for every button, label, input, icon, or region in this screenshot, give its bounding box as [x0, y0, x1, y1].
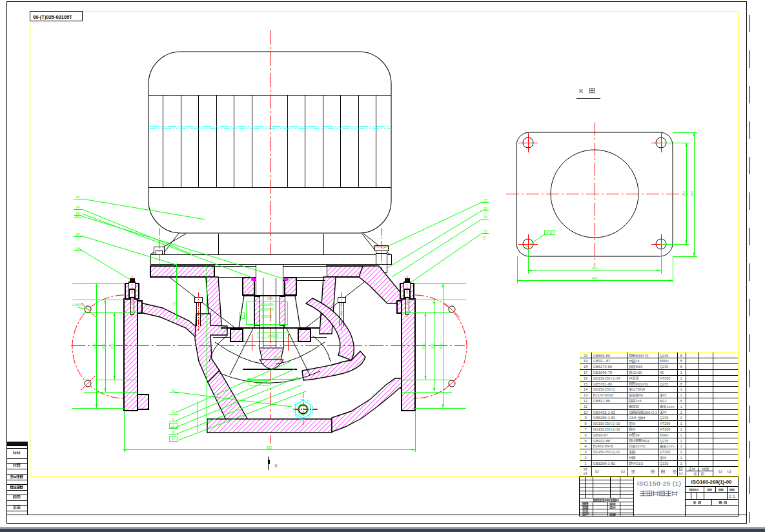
svg-text:5: 5: [584, 439, 586, 443]
svg-text:11: 11: [584, 405, 587, 409]
svg-text:9: 9: [584, 416, 586, 420]
svg-text:9: 9: [172, 389, 174, 393]
svg-text:2×6: 2×6: [636, 399, 642, 403]
svg-text:1: 1: [680, 405, 682, 409]
svg-text:7: 7: [584, 427, 586, 431]
svg-text:260×3.1: 260×3.1: [644, 411, 657, 414]
svg-text:GB93—87: GB93—87: [593, 359, 611, 363]
svg-text:ISG150-250 (1)-02: ISG150-250 (1)-02: [593, 427, 620, 431]
svg-text:14: 14: [76, 247, 79, 251]
svg-text:65Mn: 65Mn: [660, 359, 669, 363]
svg-text:0000: 0000: [267, 297, 274, 300]
svg-text:000: 000: [592, 266, 598, 270]
svg-text:1: 1: [680, 450, 682, 454]
svg-text:1:1: 1:1: [729, 493, 735, 499]
svg-text:1: 1: [680, 433, 682, 437]
svg-text:GB5289.1-82: GB5289.1-82: [593, 462, 615, 466]
svg-text:K: K: [579, 87, 584, 94]
svg-text:4-18: 4-18: [546, 231, 553, 234]
svg-text:000: 000: [682, 191, 686, 197]
svg-text:ISG150-250 (1)-03: ISG150-250 (1)-03: [593, 422, 620, 425]
svg-text:M24: M24: [642, 439, 649, 443]
svg-text:9: 9: [172, 431, 174, 435]
svg-text:000: 000: [93, 343, 97, 349]
svg-text:Q235: Q235: [660, 462, 668, 466]
svg-text:65Mn: 65Mn: [660, 433, 669, 437]
svg-text:8: 8: [680, 359, 682, 363]
svg-text:Q235: Q235: [660, 365, 668, 369]
svg-text:1mm: 1mm: [667, 405, 675, 409]
svg-text:16: 16: [636, 359, 640, 363]
svg-text:1: 1: [680, 439, 682, 443]
svg-text:ISG160-260(1)-00: ISG160-260(1)-00: [691, 479, 733, 485]
svg-text:9: 9: [172, 418, 174, 422]
svg-text:000: 000: [431, 343, 434, 349]
svg-text:00: 00: [482, 236, 486, 240]
svg-text:00000/0: 00000/0: [268, 334, 279, 338]
svg-text:K: K: [275, 464, 278, 468]
svg-text:3: 3: [584, 450, 586, 454]
svg-text:GB5289.1-82: GB5289.1-82: [593, 416, 615, 420]
svg-text:G5/8: G5/8: [629, 416, 637, 420]
svg-text:GB93-87: GB93-87: [593, 433, 608, 437]
svg-text:000: 000: [422, 343, 425, 349]
svg-text:B2107-6630: B2107-6630: [593, 393, 614, 397]
svg-text:HT200: HT200: [660, 427, 670, 431]
svg-text:13: 13: [584, 393, 587, 397]
svg-text:M16: M16: [636, 365, 643, 369]
svg-text:15: 15: [484, 229, 487, 233]
svg-text:000: 000: [101, 343, 105, 349]
svg-text:GB1096-79: GB1096-79: [593, 371, 613, 374]
svg-text:00: 00: [172, 302, 176, 305]
svg-text:15: 15: [484, 215, 487, 219]
svg-text:M16×50: M16×50: [636, 382, 649, 386]
svg-text:GB932-88: GB932-88: [593, 439, 610, 443]
svg-text:14: 14: [76, 214, 79, 218]
svg-text:32×50: 32×50: [636, 444, 646, 448]
svg-text:9: 9: [172, 410, 174, 414]
svg-text:45: 45: [660, 371, 664, 374]
svg-text:GB827-86: GB827-86: [593, 399, 610, 403]
svg-text:000: 000: [439, 343, 443, 349]
svg-text:15: 15: [584, 382, 587, 386]
svg-text:6: 6: [584, 433, 586, 437]
svg-text:400: 400: [592, 276, 598, 280]
svg-text:HT200: HT200: [660, 450, 670, 454]
svg-text:M12: M12: [660, 399, 667, 403]
svg-text:9: 9: [172, 437, 174, 441]
svg-text:00000/0: 00000/0: [261, 315, 272, 318]
svg-text:15: 15: [484, 207, 487, 210]
svg-text:000000/00: 000000/00: [260, 308, 274, 311]
svg-text:1: 1: [680, 462, 682, 466]
svg-text:15: 15: [484, 198, 487, 202]
svg-text:16: 16: [584, 376, 587, 380]
svg-text:GB3452.1-82: GB3452.1-82: [593, 411, 615, 414]
svg-text:12: 12: [584, 399, 587, 403]
svg-text:14: 14: [584, 387, 588, 391]
svg-text:GB899-86: GB899-86: [593, 354, 610, 358]
svg-text:60: 60: [639, 393, 643, 397]
svg-text:GB6170-86: GB6170-86: [593, 365, 613, 369]
svg-text:6: 6: [680, 399, 682, 403]
svg-text:75KW: 75KW: [636, 387, 646, 391]
svg-text:1: 1: [680, 387, 682, 391]
svg-text:1: 1: [680, 393, 682, 397]
svg-text:8: 8: [680, 365, 682, 369]
svg-text:4-M16: 4-M16: [72, 303, 83, 307]
svg-text:1: 1: [680, 422, 682, 425]
svg-text:Q235: Q235: [660, 382, 668, 386]
svg-text:000: 000: [690, 191, 694, 197]
svg-text:ISG150-250 (1)-01: ISG150-250 (1)-01: [593, 450, 620, 454]
svg-text:8: 8: [680, 354, 682, 358]
svg-text:HT200: HT200: [660, 376, 670, 380]
svg-text:G1/2: G1/2: [636, 462, 644, 466]
svg-text:1: 1: [680, 411, 682, 414]
svg-text:000: 000: [110, 343, 114, 349]
svg-text:M16×70: M16×70: [636, 354, 649, 358]
svg-text:1: 1: [584, 462, 586, 466]
svg-text:17: 17: [584, 371, 587, 374]
svg-text:1: 1: [680, 371, 682, 374]
svg-text:B2401-89-B: B2401-89-B: [593, 444, 613, 448]
svg-text:14: 14: [76, 195, 79, 199]
svg-text:000000/00: 000000/00: [260, 303, 274, 307]
